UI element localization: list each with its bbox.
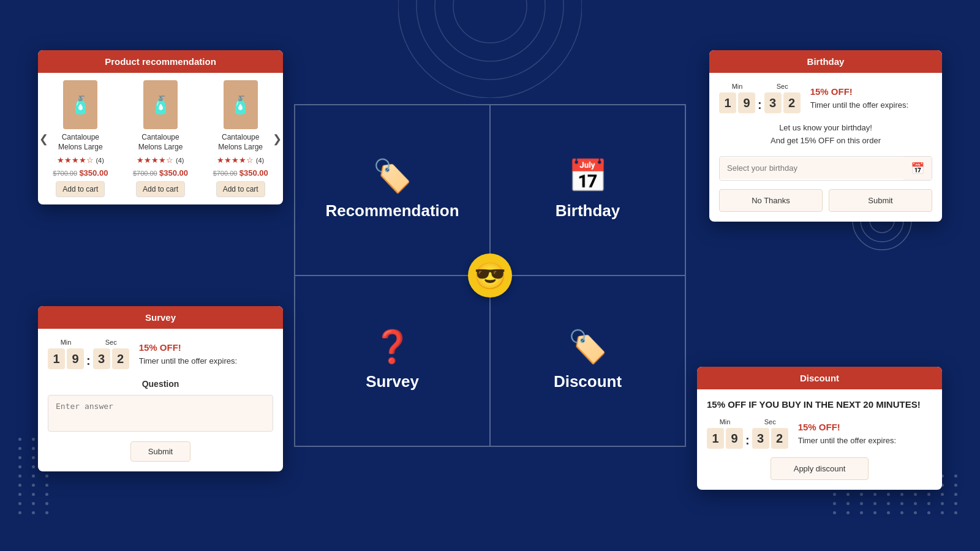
question-label: Question — [48, 379, 273, 389]
birthday-digit-1: 1 — [719, 92, 736, 113]
product-old-price-3: $700.00 — [213, 170, 238, 177]
product-item-2: 🧴 CantaloupeMelons Large ★★★★☆ (4) $700.… — [123, 80, 198, 197]
quad-discount: 🏷️ Discount — [490, 276, 685, 446]
discount-header: Discount — [697, 367, 942, 389]
birthday-description: Let us know your birthday! And get 15% O… — [719, 122, 932, 148]
product-name-2: CantaloupeMelons Large — [138, 133, 183, 152]
discount-off-label: 15% OFF! — [798, 421, 896, 435]
center-emoji: 😎 — [468, 253, 512, 298]
product-stars-1: ★★★★☆ (4) — [57, 156, 104, 165]
birthday-sec-label: Sec — [777, 83, 788, 90]
discount-digit-1: 1 — [707, 428, 724, 449]
birthday-header: Birthday — [709, 50, 942, 73]
product-name-3: CantaloupeMelons Large — [218, 133, 263, 152]
survey-digit-1: 1 — [48, 348, 65, 369]
birthday-popup: Birthday Min 1 9 : Sec 3 2 — [709, 50, 942, 222]
calendar-icon[interactable]: 📅 — [903, 157, 932, 180]
birthday-digit-4: 2 — [783, 92, 801, 113]
survey-icon: ❓ — [372, 331, 412, 362]
birthday-actions: No Thanks Submit — [719, 189, 932, 212]
product-stars-2: ★★★★☆ (4) — [137, 156, 184, 165]
birthday-colon: : — [758, 98, 762, 113]
bg-circles — [398, 0, 582, 98]
next-product-arrow[interactable]: ❯ — [273, 132, 282, 146]
svg-point-3 — [398, 0, 582, 98]
discount-label: Discount — [554, 372, 622, 391]
discount-digit-4: 2 — [771, 428, 788, 449]
survey-sec-label: Sec — [105, 339, 117, 346]
discount-icon: 🏷️ — [568, 331, 608, 362]
discount-headline: 15% OFF IF YOU BUY IN THE NEXT 20 MINUTE… — [707, 399, 932, 410]
product-item-1: 🧴 CantaloupeMelons Large ★★★★☆ (4) $700.… — [43, 80, 118, 197]
product-old-price-2: $700.00 — [133, 170, 157, 177]
product-stars-3: ★★★★☆ (4) — [217, 156, 264, 165]
product-old-price-1: $700.00 — [53, 170, 77, 177]
product-new-price-3: $350.00 — [239, 168, 268, 178]
birthday-input[interactable] — [720, 157, 903, 179]
recommendation-header: Product recommendation — [38, 50, 283, 73]
birthday-input-container: 📅 — [719, 156, 932, 181]
survey-min-label: Min — [61, 339, 72, 346]
add-to-cart-button-2[interactable]: Add to cart — [136, 181, 185, 197]
add-to-cart-button-3[interactable]: Add to cart — [216, 181, 265, 197]
discount-timer-text: Timer until the offer expires: — [798, 435, 896, 447]
quad-recommendation: 🏷️ Recommendation — [295, 105, 490, 276]
survey-submit-button[interactable]: Submit — [130, 441, 190, 462]
survey-digit-4: 2 — [112, 348, 129, 369]
add-to-cart-button-1[interactable]: Add to cart — [56, 181, 105, 197]
birthday-digit-2: 9 — [738, 92, 755, 113]
svg-point-0 — [453, 0, 527, 43]
survey-digit-3: 3 — [93, 348, 110, 369]
prev-product-arrow[interactable]: ❮ — [39, 132, 48, 146]
product-item-3: 🧴 CantaloupeMelons Large ★★★★☆ (4) $700.… — [203, 80, 278, 197]
survey-header: Survey — [38, 306, 283, 329]
recommendation-label: Recommendation — [325, 201, 459, 220]
product-pricing-3: $700.00 $350.00 — [213, 168, 268, 178]
survey-label: Survey — [366, 372, 419, 391]
recommendation-popup: Product recommendation ❮ 🧴 CantaloupeMel… — [38, 50, 283, 204]
discount-popup: Discount 15% OFF IF YOU BUY IN THE NEXT … — [697, 367, 942, 490]
birthday-min-label: Min — [732, 83, 743, 90]
product-pricing-2: $700.00 $350.00 — [133, 168, 188, 178]
apply-discount-button[interactable]: Apply discount — [771, 457, 869, 480]
answer-input[interactable] — [48, 395, 273, 432]
no-thanks-button[interactable]: No Thanks — [719, 189, 823, 212]
product-image-2: 🧴 — [143, 80, 178, 129]
quad-survey: ❓ Survey — [295, 276, 490, 446]
svg-point-1 — [435, 0, 545, 61]
discount-sec-label: Sec — [764, 418, 776, 425]
birthday-off-label: 15% OFF! — [810, 85, 908, 99]
survey-timer-text: Timer until the offer expires: — [139, 355, 237, 367]
discount-min-label: Min — [720, 418, 731, 425]
birthday-timer-text: Timer until the offer expires: — [810, 99, 908, 111]
product-image-1: 🧴 — [63, 80, 97, 129]
quad-birthday: 📅 Birthday — [490, 105, 685, 276]
discount-colon: : — [745, 433, 750, 449]
product-image-3: 🧴 — [224, 80, 258, 129]
discount-digit-2: 9 — [726, 428, 743, 449]
svg-point-2 — [417, 0, 564, 80]
recommendation-icon: 🏷️ — [372, 160, 412, 192]
birthday-label: Birthday — [556, 201, 620, 220]
survey-colon: : — [86, 354, 91, 369]
survey-off-label: 15% OFF! — [139, 341, 237, 355]
product-name-1: CantaloupeMelons Large — [58, 133, 103, 152]
product-new-price-2: $350.00 — [159, 168, 188, 178]
product-new-price-1: $350.00 — [79, 168, 108, 178]
birthday-submit-button[interactable]: Submit — [829, 189, 932, 212]
product-pricing-1: $700.00 $350.00 — [53, 168, 108, 178]
survey-popup: Survey Min 1 9 : Sec 3 2 — [38, 306, 283, 471]
discount-digit-3: 3 — [752, 428, 769, 449]
birthday-icon: 📅 — [568, 160, 608, 192]
survey-digit-2: 9 — [67, 348, 84, 369]
birthday-digit-3: 3 — [764, 92, 782, 113]
